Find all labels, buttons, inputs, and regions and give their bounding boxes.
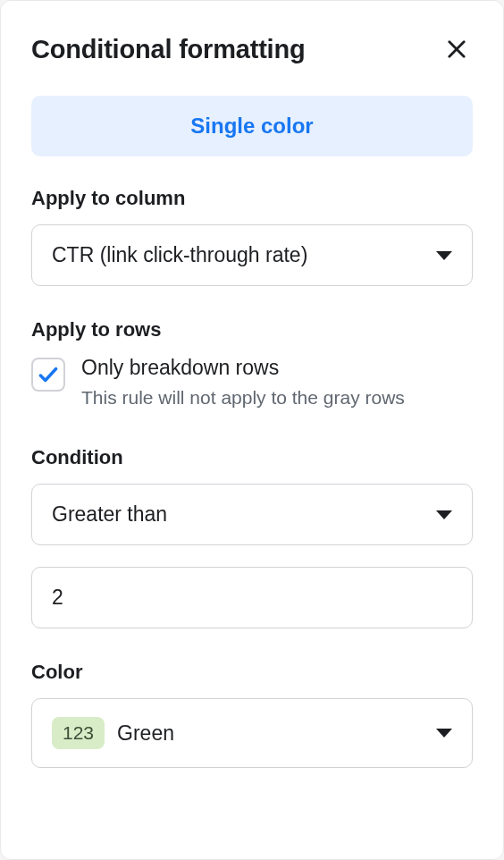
- condition-label: Condition: [31, 446, 473, 469]
- apply-column-label: Apply to column: [31, 187, 473, 210]
- chevron-down-icon: [436, 251, 452, 260]
- conditional-formatting-panel: Conditional formatting Single color Appl…: [0, 0, 504, 860]
- chevron-down-icon: [436, 510, 452, 519]
- panel-title: Conditional formatting: [31, 35, 306, 64]
- condition-operator-select[interactable]: Greater than: [31, 484, 473, 545]
- checkbox-description: This rule will not apply to the gray row…: [81, 385, 405, 410]
- condition-value-input[interactable]: [31, 567, 473, 628]
- color-label: Color: [31, 661, 473, 684]
- checkbox-label: Only breakdown rows: [81, 356, 405, 380]
- close-button[interactable]: [441, 33, 473, 65]
- check-icon: [37, 363, 60, 386]
- apply-column-select[interactable]: CTR (link click-through rate): [31, 224, 473, 286]
- apply-rows-section: Apply to rows Only breakdown rows This r…: [31, 318, 473, 410]
- chevron-down-icon: [436, 729, 452, 738]
- checkbox-text: Only breakdown rows This rule will not a…: [81, 356, 405, 410]
- condition-section: Condition Greater than: [31, 446, 473, 661]
- tab-label: Single color: [190, 114, 313, 138]
- close-icon: [444, 37, 469, 62]
- color-name: Green: [117, 721, 424, 746]
- apply-rows-label: Apply to rows: [31, 318, 473, 341]
- color-section: Color 123 Green: [31, 661, 473, 768]
- tab-single-color[interactable]: Single color: [31, 96, 473, 156]
- breakdown-rows-option: Only breakdown rows This rule will not a…: [31, 356, 473, 410]
- panel-header: Conditional formatting: [31, 33, 473, 65]
- color-select[interactable]: 123 Green: [31, 698, 473, 768]
- color-swatch: 123: [52, 717, 105, 749]
- apply-column-section: Apply to column CTR (link click-through …: [31, 187, 473, 286]
- apply-column-value: CTR (link click-through rate): [52, 243, 436, 267]
- condition-operator-value: Greater than: [52, 502, 436, 527]
- breakdown-rows-checkbox[interactable]: [31, 358, 65, 392]
